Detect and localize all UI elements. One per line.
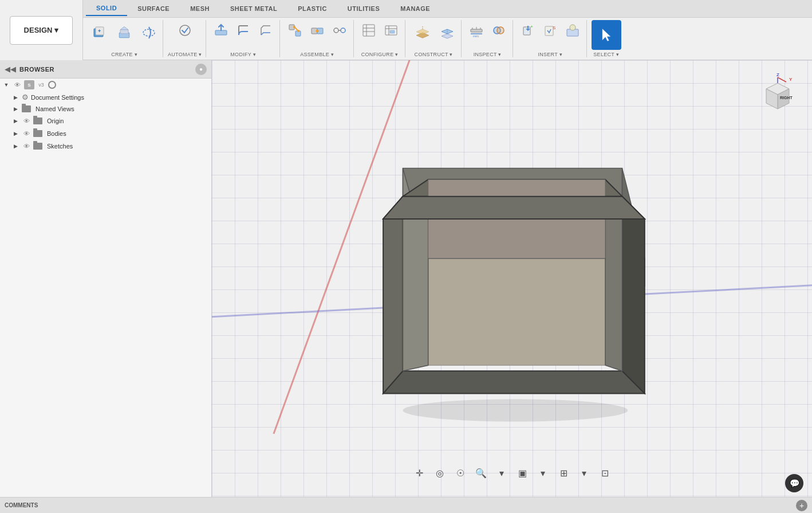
insert-decal-icon[interactable] <box>562 20 583 41</box>
nav-cube[interactable]: RIGHT Z Y <box>755 72 801 118</box>
tree-item-document-settings[interactable]: ▶ ⚙ Document Settings <box>0 91 211 103</box>
bodies-expand-icon[interactable]: ▶ <box>11 130 19 138</box>
offset-plane-icon[interactable] <box>410 20 435 45</box>
assemble-label: ASSEMBLE ▾ <box>300 52 334 57</box>
as-built-joint-icon[interactable] <box>307 20 328 41</box>
browser-collapse-button[interactable]: ● <box>195 64 207 75</box>
design-button[interactable]: DESIGN ▾ <box>10 16 73 45</box>
svg-rect-8 <box>215 30 227 35</box>
svg-point-7 <box>180 25 190 36</box>
svg-rect-42 <box>545 26 553 36</box>
tab-utilities[interactable]: UTILITIES <box>337 2 390 15</box>
doc-settings-expand-icon[interactable]: ▶ <box>11 93 19 101</box>
select-label: SELECT ▾ <box>593 52 619 57</box>
insert-mesh-icon[interactable]: + <box>518 20 538 41</box>
svg-marker-56 <box>428 259 605 366</box>
tab-mesh[interactable]: MESH <box>180 2 220 15</box>
joint-icon[interactable] <box>285 20 305 41</box>
tree-item-sketches[interactable]: ▶ 👁 Sketches <box>0 140 211 152</box>
revolve-icon[interactable] <box>139 22 159 43</box>
svg-point-19 <box>341 28 345 33</box>
insert-svg-icon[interactable]: S <box>540 20 561 41</box>
svg-text:Z: Z <box>776 72 779 77</box>
origin-expand-icon[interactable]: ▶ <box>11 117 19 125</box>
browser-back-icon[interactable]: ◀◀ <box>5 65 16 73</box>
display-dropdown-icon[interactable]: ▾ <box>535 465 551 481</box>
root-expand-icon[interactable]: ▼ <box>2 81 10 89</box>
viewcube-icon[interactable]: ⊡ <box>597 465 613 481</box>
fillet-icon[interactable] <box>233 20 254 41</box>
add-comment-button[interactable]: + <box>796 500 807 511</box>
origin-eye-icon[interactable]: 👁 <box>22 116 31 126</box>
svg-text:mm: mm <box>473 34 479 38</box>
pan-icon[interactable]: ✛ <box>411 465 427 481</box>
midplane-icon[interactable] <box>437 22 458 43</box>
svg-marker-5 <box>120 27 128 30</box>
svg-rect-21 <box>363 25 375 36</box>
svg-point-38 <box>497 27 504 34</box>
named-views-label: Named Views <box>36 105 74 112</box>
doc-settings-gear-icon: ⚙ <box>22 93 29 101</box>
select-arrow-icon[interactable] <box>592 20 621 50</box>
configure2-icon[interactable] <box>381 20 401 41</box>
sketches-eye-icon[interactable]: 👁 <box>22 142 31 151</box>
measure-icon[interactable]: mm <box>466 20 487 41</box>
tab-manage[interactable]: MANAGE <box>390 2 440 15</box>
svg-marker-62 <box>383 197 645 219</box>
chat-bubble-button[interactable]: 💬 <box>785 474 803 492</box>
tab-sheet-metal[interactable]: SHEET METAL <box>220 2 287 15</box>
root-eye-icon[interactable]: 👁 <box>13 80 22 89</box>
interference-icon[interactable] <box>488 20 509 41</box>
tree-item-bodies[interactable]: ▶ 👁 Bodies <box>0 127 211 140</box>
display-mode-icon[interactable]: ▣ <box>514 465 530 481</box>
modify-label: MODIFY ▾ <box>230 52 256 57</box>
svg-point-12 <box>293 26 295 28</box>
origin-label: Origin <box>47 118 64 124</box>
tab-surface[interactable]: SURFACE <box>127 2 180 15</box>
design-label: DESIGN <box>24 26 53 34</box>
doc-settings-label: Document Settings <box>31 94 84 101</box>
svg-point-45 <box>570 25 576 30</box>
svg-point-13 <box>297 30 299 32</box>
tree-item-root[interactable]: ▼ 👁 S v3 <box>0 79 211 91</box>
look-icon[interactable]: ☉ <box>452 465 468 481</box>
press-pull-icon[interactable] <box>211 20 231 41</box>
tree-item-named-views[interactable]: ▶ Named Views <box>0 103 211 115</box>
tab-plastic[interactable]: PLASTIC <box>287 2 337 15</box>
svg-marker-52 <box>383 371 645 393</box>
svg-marker-53 <box>622 197 645 394</box>
insert-group: + S INSERT ▾ <box>514 20 587 57</box>
svg-point-18 <box>334 28 338 33</box>
configure-group: CONFIGURE ▾ <box>355 20 405 57</box>
new-component-icon[interactable]: + <box>89 22 110 43</box>
svg-text:S: S <box>553 25 555 30</box>
named-views-expand-icon[interactable]: ▶ <box>11 105 19 113</box>
orbit-icon[interactable]: ◎ <box>432 465 448 481</box>
svg-rect-39 <box>523 27 530 35</box>
comments-label: COMMENTS <box>5 502 791 508</box>
assemble-group: ASSEMBLE ▾ <box>281 20 354 57</box>
zoom-icon[interactable]: 🔍 <box>473 465 489 481</box>
inspect-group: mm INSPECT ▾ <box>463 20 513 57</box>
viewport[interactable]: RIGHT Z Y ✛ ◎ ☉ 🔍 ▾ ▣ ▾ ⊞ ▾ ⊡ 💬 <box>212 60 812 497</box>
zoom-dropdown-icon[interactable]: ▾ <box>494 465 510 481</box>
motion-link-icon[interactable] <box>329 20 350 41</box>
create-group: + CR <box>86 20 163 57</box>
grid-icon[interactable]: ⊞ <box>555 465 571 481</box>
tree-item-origin[interactable]: ▶ 👁 Origin <box>0 115 211 127</box>
svg-text:Y: Y <box>789 77 793 82</box>
main-area: ◀◀ BROWSER ● ▼ 👁 S v3 ▶ ⚙ Document Setti… <box>0 60 812 497</box>
tab-solid[interactable]: SOLID <box>86 1 127 16</box>
chamfer-icon[interactable] <box>255 20 276 41</box>
sketches-label: Sketches <box>47 143 73 150</box>
root-radio-icon[interactable] <box>48 81 56 89</box>
grid-dropdown-icon[interactable]: ▾ <box>576 465 592 481</box>
extrude-icon[interactable] <box>112 20 137 45</box>
bodies-eye-icon[interactable]: 👁 <box>22 129 31 138</box>
svg-rect-4 <box>120 30 128 34</box>
toolbar: DESIGN ▾ SOLID SURFACE MESH SHEET METAL … <box>0 0 812 60</box>
sketches-expand-icon[interactable]: ▶ <box>11 142 19 150</box>
configure1-icon[interactable] <box>358 20 379 41</box>
automate-icon[interactable] <box>175 20 195 41</box>
svg-rect-28 <box>390 30 395 33</box>
